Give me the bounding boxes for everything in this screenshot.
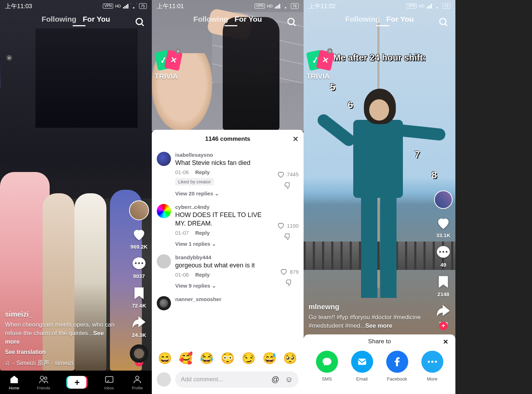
tab-following[interactable]: Following bbox=[193, 15, 228, 23]
emoji-reaction[interactable]: 🥺 bbox=[283, 351, 297, 365]
close-icon[interactable]: ✕ bbox=[175, 48, 181, 54]
status-bar: 上午11:02 VPN HD 76 bbox=[304, 0, 455, 12]
action-rail: + 969.2K 9037 72.4K 24.3K bbox=[129, 200, 149, 363]
emoji-reaction[interactable]: 😂 bbox=[200, 351, 214, 365]
tab-foryou[interactable]: For You bbox=[234, 15, 262, 23]
close-icon[interactable]: ✕ bbox=[293, 135, 299, 143]
comment-input-row: Add comment... @☺ bbox=[152, 368, 304, 394]
svg-point-5 bbox=[142, 262, 143, 264]
trivia-badge[interactable]: ✕ TRIVIA bbox=[0, 58, 31, 67]
svg-line-11 bbox=[293, 24, 295, 26]
save-button[interactable]: 2148 bbox=[436, 274, 451, 297]
liked-by-creator: Liked by creator bbox=[175, 178, 214, 185]
like-button[interactable]: 33.1K bbox=[436, 215, 451, 238]
view-replies[interactable]: View 1 replies ⌄ bbox=[175, 241, 273, 247]
svg-rect-8 bbox=[105, 377, 113, 382]
username[interactable]: simeizi_ bbox=[5, 310, 120, 318]
nav-home[interactable]: Home bbox=[9, 374, 19, 390]
status-time: 上午11:03 bbox=[5, 2, 32, 10]
reply-button[interactable]: Reply bbox=[195, 169, 210, 175]
save-button[interactable]: 72.4K bbox=[131, 285, 147, 309]
nav-profile[interactable]: Profile bbox=[132, 374, 143, 390]
top-nav: Following For You bbox=[0, 15, 152, 23]
status-right: VPN HD 76 bbox=[255, 3, 299, 9]
follow-plus-icon[interactable]: + bbox=[439, 322, 448, 330]
dislike-icon[interactable] bbox=[284, 232, 292, 240]
comment-item: brandybby444 gorgeous but what even is i… bbox=[157, 251, 299, 293]
see-more[interactable]: See more bbox=[365, 322, 393, 329]
creator-avatar[interactable]: + bbox=[434, 190, 453, 209]
search-icon[interactable] bbox=[438, 17, 449, 28]
like-comment[interactable]: 879 bbox=[280, 268, 299, 276]
comment-button[interactable]: 49 bbox=[436, 245, 451, 268]
like-comment[interactable]: 1100 bbox=[277, 222, 299, 229]
search-icon[interactable] bbox=[287, 17, 297, 28]
close-icon[interactable]: ✕ bbox=[443, 338, 448, 346]
comment-input[interactable]: Add comment... @☺ bbox=[175, 371, 299, 388]
nav-inbox[interactable]: Inbox bbox=[104, 374, 114, 390]
like-button[interactable]: 969.2K bbox=[131, 227, 148, 250]
reply-button[interactable]: Reply bbox=[195, 272, 210, 278]
comments-list[interactable]: isabellesaysno What Stevie nicks fan die… bbox=[152, 148, 304, 348]
tab-foryou[interactable]: For You bbox=[83, 15, 110, 23]
signal-icon bbox=[427, 4, 432, 9]
search-icon[interactable] bbox=[135, 17, 145, 28]
music-row[interactable]: ♫- Simeizi 原声 - simeizi bbox=[5, 359, 120, 367]
status-bar: 上午11:01 VPN HD 76 bbox=[152, 0, 304, 12]
share-button[interactable]: 24.3K bbox=[131, 315, 147, 338]
comments-panel: 1146 comments ✕ isabellesaysno What Stev… bbox=[152, 130, 304, 394]
tab-following[interactable]: Following bbox=[41, 15, 76, 23]
emoji-reaction[interactable]: 😄 bbox=[158, 351, 172, 365]
avatar[interactable] bbox=[157, 204, 171, 218]
emoji-picker-icon[interactable]: ☺ bbox=[285, 375, 293, 384]
share-facebook[interactable]: Facebook bbox=[386, 351, 408, 382]
top-nav: Following For You bbox=[304, 15, 455, 23]
tab-following[interactable]: Following bbox=[345, 15, 380, 23]
trivia-badge[interactable]: ✕ TRIVIA bbox=[155, 51, 183, 81]
reply-button[interactable]: Reply bbox=[195, 230, 210, 236]
share-email[interactable]: Email bbox=[351, 351, 373, 382]
nav-friends[interactable]: Friends bbox=[37, 374, 50, 390]
svg-point-10 bbox=[288, 18, 294, 25]
see-translation[interactable]: See translation bbox=[5, 349, 120, 355]
music-note-icon: ♫ bbox=[5, 359, 10, 367]
tab-foryou[interactable]: For You bbox=[386, 15, 414, 23]
mention-icon[interactable]: @ bbox=[271, 375, 279, 384]
comment-item: isabellesaysno What Stevie nicks fan die… bbox=[157, 148, 299, 200]
emoji-reaction[interactable]: 😏 bbox=[242, 351, 256, 365]
dislike-icon[interactable] bbox=[284, 181, 292, 189]
share-sms[interactable]: SMS bbox=[316, 351, 338, 382]
sound-disc[interactable] bbox=[130, 344, 148, 363]
avatar[interactable] bbox=[157, 152, 171, 166]
avatar[interactable] bbox=[157, 296, 171, 310]
emoji-reaction[interactable]: 😳 bbox=[221, 351, 235, 365]
like-comment[interactable]: 7445 bbox=[277, 171, 299, 178]
view-replies[interactable]: View 20 replies ⌄ bbox=[175, 190, 273, 197]
status-right: VPN HD 76 bbox=[406, 3, 450, 9]
share-sheet: Share to✕ SMS Email Facebook More bbox=[304, 334, 455, 394]
dislike-icon[interactable] bbox=[285, 278, 293, 286]
creator-avatar[interactable]: + bbox=[129, 200, 149, 220]
avatar[interactable] bbox=[157, 254, 171, 268]
status-time: 上午11:01 bbox=[157, 2, 184, 10]
status-right: VPN HD 75 bbox=[103, 3, 147, 9]
share-more[interactable]: More bbox=[421, 351, 443, 382]
svg-line-1 bbox=[142, 24, 144, 26]
username[interactable]: mlnewng bbox=[309, 303, 423, 311]
user-avatar[interactable] bbox=[157, 372, 171, 387]
comment-button[interactable]: 9037 bbox=[131, 256, 147, 279]
signal-icon bbox=[275, 4, 280, 9]
svg-point-16 bbox=[443, 251, 444, 253]
trivia-badge[interactable]: ✕ TRIVIA bbox=[306, 51, 335, 81]
nav-create[interactable]: + bbox=[68, 376, 86, 389]
close-icon[interactable]: ✕ bbox=[327, 48, 333, 54]
emoji-reaction[interactable]: 🥰 bbox=[179, 351, 193, 365]
svg-point-4 bbox=[138, 262, 140, 264]
svg-point-15 bbox=[439, 251, 441, 253]
view-replies[interactable]: View 9 replies ⌄ bbox=[175, 283, 276, 289]
close-icon[interactable]: ✕ bbox=[6, 55, 12, 61]
svg-line-13 bbox=[445, 24, 447, 26]
battery-icon: 76 bbox=[291, 3, 299, 9]
emoji-reaction[interactable]: 😅 bbox=[262, 351, 277, 365]
wifi-icon bbox=[131, 4, 137, 9]
